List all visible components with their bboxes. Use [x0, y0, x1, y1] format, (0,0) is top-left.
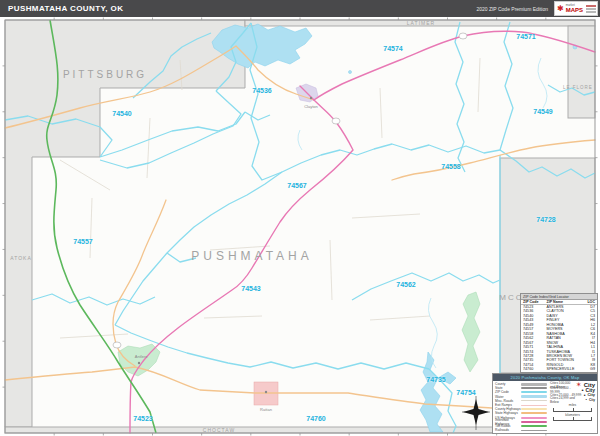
legend-city-row: Cities 24,999 and Below•City — [550, 397, 595, 402]
legend-swatch — [521, 408, 547, 410]
edition-label: 2020 ZIP Code Premium Edition — [476, 6, 548, 12]
map-canvas — [0, 0, 600, 436]
legend-swatch — [521, 391, 547, 393]
map-title: PUSHMATAHA COUNTY, OK — [8, 4, 123, 13]
legend-swatch — [521, 405, 547, 406]
legend-swatch — [521, 417, 547, 419]
legend-city-items: Cities 100,000 and Above✶CityCities 50,0… — [550, 382, 595, 432]
river-corridor-green-area — [462, 292, 480, 372]
scale-bar-kilometers: kilometers — [550, 414, 595, 422]
region-leflore — [568, 26, 595, 118]
legend-swatch — [521, 430, 547, 431]
marketmaps-logo: ✱ market MAPS — [554, 1, 598, 16]
zip-index-table: ZIP CodeZIP NameLOC 74523ANTLERSD774536C… — [521, 300, 597, 372]
legend-swatch — [521, 387, 547, 389]
title-bar: PUSHMATAHA COUNTY, OK 2020 ZIP Code Prem… — [0, 0, 600, 17]
legend-line-items: CountyStateZIP CodeWaterMisc. RoadsExit … — [495, 382, 547, 432]
logo-fineprint — [586, 5, 596, 13]
logo-star-icon: ✱ — [557, 5, 564, 13]
legend-swatch — [521, 421, 547, 423]
zip-index-row: 74760SPENCERVILLEG9 — [521, 367, 597, 371]
map-document: { "header": { "title": "PUSHMATAHA COUNT… — [0, 0, 600, 436]
legend-swatch — [521, 425, 547, 427]
scale-bar-miles: miles — [550, 404, 595, 412]
city-size-symbol: • — [586, 397, 587, 402]
legend-swatch — [521, 400, 547, 401]
legend-panel: 2020 Pushmataha County, OK Map CountySta… — [492, 373, 598, 434]
region-latimer-strip — [245, 20, 595, 26]
logo-brand-main: MAPS — [566, 7, 583, 13]
legend-swatch — [521, 383, 547, 386]
legend-swatch — [521, 395, 547, 398]
pond — [349, 71, 352, 74]
legend-line-row: Railroads — [495, 428, 547, 432]
zip-index-panel: ZIP Code Index/Grid Locator ZIP CodeZIP … — [520, 293, 598, 373]
legend-swatch — [521, 412, 547, 414]
